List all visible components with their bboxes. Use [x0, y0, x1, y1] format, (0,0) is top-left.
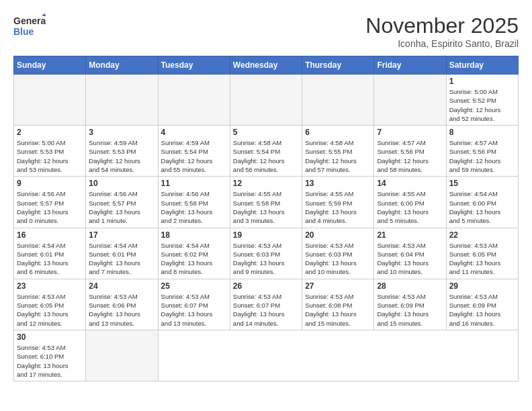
day-cell-1: 1Sunrise: 5:00 AM Sunset: 5:52 PM Daylig…	[446, 75, 518, 126]
day-info: Sunrise: 4:56 AM Sunset: 5:58 PM Dayligh…	[161, 189, 227, 225]
day-cell-10: 10Sunrise: 4:56 AM Sunset: 5:57 PM Dayli…	[86, 177, 158, 228]
day-number: 14	[377, 179, 443, 188]
empty-cell	[374, 75, 446, 126]
month-title: November 2025	[365, 13, 519, 38]
day-cell-15: 15Sunrise: 4:54 AM Sunset: 6:00 PM Dayli…	[446, 177, 518, 228]
generalblue-logo-icon: General Blue	[13, 13, 46, 38]
day-cell-2: 2Sunrise: 5:00 AM Sunset: 5:53 PM Daylig…	[14, 126, 86, 177]
day-info: Sunrise: 4:55 AM Sunset: 5:58 PM Dayligh…	[233, 189, 299, 225]
day-info: Sunrise: 4:54 AM Sunset: 6:01 PM Dayligh…	[17, 241, 83, 277]
day-info: Sunrise: 4:53 AM Sunset: 6:09 PM Dayligh…	[377, 292, 443, 328]
day-info: Sunrise: 4:53 AM Sunset: 6:09 PM Dayligh…	[449, 292, 515, 328]
day-cell-22: 22Sunrise: 4:53 AM Sunset: 6:05 PM Dayli…	[446, 228, 518, 279]
day-number: 1	[449, 77, 515, 86]
day-number: 22	[449, 230, 515, 240]
day-cell-16: 16Sunrise: 4:54 AM Sunset: 6:01 PM Dayli…	[14, 228, 86, 279]
location: Iconha, Espirito Santo, Brazil	[365, 38, 519, 49]
day-cell-27: 27Sunrise: 4:53 AM Sunset: 6:08 PM Dayli…	[302, 279, 374, 330]
day-cell-25: 25Sunrise: 4:53 AM Sunset: 6:07 PM Dayli…	[158, 279, 230, 330]
day-info: Sunrise: 4:53 AM Sunset: 6:07 PM Dayligh…	[161, 292, 227, 328]
weekday-header-friday: Friday	[374, 56, 446, 75]
day-number: 28	[377, 281, 443, 291]
day-info: Sunrise: 4:54 AM Sunset: 6:01 PM Dayligh…	[89, 241, 154, 277]
day-cell-9: 9Sunrise: 4:56 AM Sunset: 5:57 PM Daylig…	[14, 177, 86, 228]
day-info: Sunrise: 4:56 AM Sunset: 5:57 PM Dayligh…	[17, 189, 83, 225]
empty-cell	[86, 330, 158, 381]
day-info: Sunrise: 5:00 AM Sunset: 5:53 PM Dayligh…	[17, 138, 83, 174]
weekday-header-sunday: Sunday	[14, 56, 86, 75]
weekday-header-saturday: Saturday	[446, 56, 518, 75]
day-number: 17	[89, 230, 154, 240]
day-number: 25	[161, 281, 227, 291]
empty-cell	[86, 75, 158, 126]
weekday-header-tuesday: Tuesday	[158, 56, 230, 75]
day-number: 4	[161, 128, 227, 137]
title-block: November 2025 Iconha, Espirito Santo, Br…	[365, 13, 519, 49]
day-cell-26: 26Sunrise: 4:53 AM Sunset: 6:07 PM Dayli…	[230, 279, 302, 330]
day-info: Sunrise: 4:55 AM Sunset: 5:59 PM Dayligh…	[305, 189, 371, 225]
day-info: Sunrise: 4:53 AM Sunset: 6:03 PM Dayligh…	[233, 241, 299, 277]
day-number: 20	[305, 230, 371, 240]
day-number: 30	[17, 332, 83, 342]
day-number: 13	[305, 179, 371, 188]
day-info: Sunrise: 4:53 AM Sunset: 6:03 PM Dayligh…	[305, 241, 371, 277]
day-number: 29	[449, 281, 515, 291]
day-cell-17: 17Sunrise: 4:54 AM Sunset: 6:01 PM Dayli…	[86, 228, 158, 279]
day-cell-6: 6Sunrise: 4:58 AM Sunset: 5:55 PM Daylig…	[302, 126, 374, 177]
empty-cell	[302, 75, 374, 126]
day-cell-28: 28Sunrise: 4:53 AM Sunset: 6:09 PM Dayli…	[374, 279, 446, 330]
day-info: Sunrise: 4:55 AM Sunset: 6:00 PM Dayligh…	[377, 189, 443, 225]
day-number: 6	[305, 128, 371, 137]
day-number: 19	[233, 230, 299, 240]
page-header: General Blue November 2025 Iconha, Espir…	[13, 13, 519, 49]
weekday-header-monday: Monday	[86, 56, 158, 75]
calendar-table: SundayMondayTuesdayWednesdayThursdayFrid…	[13, 56, 519, 381]
day-info: Sunrise: 5:00 AM Sunset: 5:52 PM Dayligh…	[449, 87, 515, 123]
svg-text:General: General	[13, 15, 46, 26]
day-cell-20: 20Sunrise: 4:53 AM Sunset: 6:03 PM Dayli…	[302, 228, 374, 279]
day-cell-8: 8Sunrise: 4:57 AM Sunset: 5:56 PM Daylig…	[446, 126, 518, 177]
day-number: 21	[377, 230, 443, 240]
day-number: 15	[449, 179, 515, 188]
weekday-header-thursday: Thursday	[302, 56, 374, 75]
day-cell-4: 4Sunrise: 4:59 AM Sunset: 5:54 PM Daylig…	[158, 126, 230, 177]
day-info: Sunrise: 4:59 AM Sunset: 5:54 PM Dayligh…	[161, 138, 227, 174]
day-number: 26	[233, 281, 299, 291]
day-info: Sunrise: 4:58 AM Sunset: 5:54 PM Dayligh…	[233, 138, 299, 174]
day-number: 8	[449, 128, 515, 137]
day-number: 16	[17, 230, 83, 240]
day-number: 12	[233, 179, 299, 188]
day-cell-14: 14Sunrise: 4:55 AM Sunset: 6:00 PM Dayli…	[374, 177, 446, 228]
day-cell-18: 18Sunrise: 4:54 AM Sunset: 6:02 PM Dayli…	[158, 228, 230, 279]
day-info: Sunrise: 4:56 AM Sunset: 5:57 PM Dayligh…	[89, 189, 154, 225]
day-cell-3: 3Sunrise: 4:59 AM Sunset: 5:53 PM Daylig…	[86, 126, 158, 177]
day-number: 9	[17, 179, 83, 188]
empty-cell	[158, 75, 230, 126]
day-cell-24: 24Sunrise: 4:53 AM Sunset: 6:06 PM Dayli…	[86, 279, 158, 330]
day-number: 23	[17, 281, 83, 291]
weekday-header-wednesday: Wednesday	[230, 56, 302, 75]
day-info: Sunrise: 4:59 AM Sunset: 5:53 PM Dayligh…	[89, 138, 154, 174]
day-number: 7	[377, 128, 443, 137]
day-info: Sunrise: 4:58 AM Sunset: 5:55 PM Dayligh…	[305, 138, 371, 174]
day-cell-11: 11Sunrise: 4:56 AM Sunset: 5:58 PM Dayli…	[158, 177, 230, 228]
day-number: 11	[161, 179, 227, 188]
day-info: Sunrise: 4:53 AM Sunset: 6:04 PM Dayligh…	[377, 241, 443, 277]
day-cell-5: 5Sunrise: 4:58 AM Sunset: 5:54 PM Daylig…	[230, 126, 302, 177]
day-number: 27	[305, 281, 371, 291]
day-cell-7: 7Sunrise: 4:57 AM Sunset: 5:56 PM Daylig…	[374, 126, 446, 177]
logo: General Blue	[13, 13, 46, 38]
day-info: Sunrise: 4:53 AM Sunset: 6:05 PM Dayligh…	[17, 292, 83, 328]
day-number: 5	[233, 128, 299, 137]
day-cell-13: 13Sunrise: 4:55 AM Sunset: 5:59 PM Dayli…	[302, 177, 374, 228]
day-cell-29: 29Sunrise: 4:53 AM Sunset: 6:09 PM Dayli…	[446, 279, 518, 330]
empty-cell	[230, 75, 302, 126]
day-info: Sunrise: 4:54 AM Sunset: 6:02 PM Dayligh…	[161, 241, 227, 277]
day-cell-19: 19Sunrise: 4:53 AM Sunset: 6:03 PM Dayli…	[230, 228, 302, 279]
svg-text:Blue: Blue	[13, 26, 34, 37]
day-number: 24	[89, 281, 154, 291]
day-cell-30: 30Sunrise: 4:53 AM Sunset: 6:10 PM Dayli…	[14, 330, 86, 381]
day-info: Sunrise: 4:57 AM Sunset: 5:56 PM Dayligh…	[377, 138, 443, 174]
day-number: 10	[89, 179, 154, 188]
day-info: Sunrise: 4:53 AM Sunset: 6:06 PM Dayligh…	[89, 292, 154, 328]
